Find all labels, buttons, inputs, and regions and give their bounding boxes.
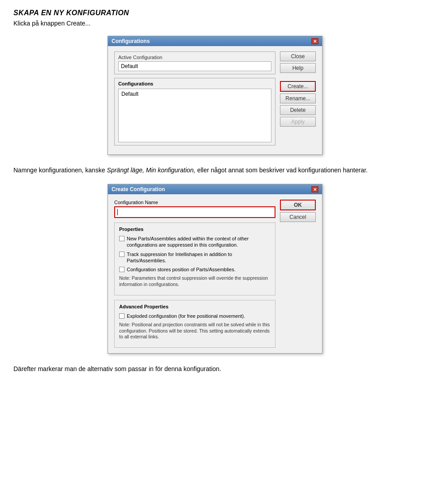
create-dialog-title: Create Configuration	[112, 186, 165, 192]
body-text-1: Namnge konfigurationen, kanske Sprängt l…	[13, 166, 417, 175]
advanced-checkbox-item-1: Exploded configuration (for free positio…	[119, 313, 271, 319]
configurations-dialog-title: Configurations	[112, 38, 150, 44]
checkbox-2-label: Track suppression for Intellishapes in a…	[127, 251, 271, 264]
apply-button[interactable]: Apply	[280, 117, 316, 127]
cursor-blink	[117, 209, 118, 215]
help-button[interactable]: Help	[280, 63, 316, 73]
cancel-button[interactable]: Cancel	[280, 212, 316, 222]
properties-title: Properties	[119, 226, 271, 232]
checkbox-item-2: Track suppression for Intellishapes in a…	[119, 251, 271, 264]
list-item[interactable]: Default	[120, 90, 270, 98]
advanced-checkbox-1[interactable]	[119, 313, 125, 319]
configurations-list-section: Configurations Default	[114, 78, 275, 145]
intro-text-content: Klicka på knappen Create...	[13, 20, 90, 27]
checkbox-1-label: New Parts/Assemblies added within the co…	[127, 235, 271, 248]
create-dialog-close-icon[interactable]: ✕	[311, 186, 318, 192]
configurations-close-icon[interactable]: ✕	[311, 38, 318, 44]
create-dialog-body: Configuration Name Properties New Parts/…	[108, 194, 322, 353]
create-button[interactable]: Create...	[280, 81, 316, 92]
advanced-title: Advanced Properties	[119, 304, 271, 309]
delete-button[interactable]: Delete	[280, 105, 316, 115]
create-dialog-buttons: OK Cancel	[280, 200, 316, 348]
active-config-section: Active Configuration Default	[114, 51, 275, 74]
create-dialog-left: Configuration Name Properties New Parts/…	[114, 200, 275, 348]
create-configuration-dialog-wrapper: Create Configuration ✕ Configuration Nam…	[13, 184, 417, 354]
body-text-1-italic: Sprängt läge, Min konfiguration,	[107, 167, 196, 174]
checkbox-item-3: Configuration stores position of Parts/A…	[119, 266, 271, 273]
active-config-value: Default	[118, 61, 271, 71]
configurations-dialog: Configurations ✕ Active Configuration De…	[108, 36, 322, 155]
configurations-list-label: Configurations	[118, 81, 271, 86]
advanced-checkbox-1-label: Exploded configuration (for free positio…	[127, 313, 245, 319]
rename-button[interactable]: Rename...	[280, 94, 316, 103]
properties-section: Properties New Parts/Assemblies added wi…	[114, 222, 275, 295]
configurations-dialog-buttons: Close Help Create... Rename... Delete Ap…	[280, 51, 316, 149]
configurations-dialog-content: Active Configuration Default Configurati…	[114, 51, 316, 149]
page-title: SKAPA EN NY KONFIGURATION	[13, 9, 417, 17]
create-dialog-titlebar: Create Configuration ✕	[108, 184, 322, 194]
active-config-label: Active Configuration	[118, 55, 271, 60]
checkbox-1[interactable]	[119, 236, 125, 241]
config-name-label: Configuration Name	[114, 200, 275, 205]
create-dialog-layout: Configuration Name Properties New Parts/…	[114, 200, 316, 348]
configurations-dialog-left: Active Configuration Default Configurati…	[114, 51, 275, 149]
intro-text: Klicka på knappen Create...	[13, 20, 417, 27]
configurations-list-box[interactable]: Default	[118, 89, 271, 142]
ok-button[interactable]: OK	[280, 200, 316, 210]
advanced-properties-section: Advanced Properties Exploded configurati…	[114, 300, 275, 348]
body-text-2: Därefter markerar man de alternativ som …	[13, 364, 417, 374]
checkbox-3[interactable]	[119, 267, 125, 272]
config-name-input[interactable]	[114, 206, 275, 218]
close-button[interactable]: Close	[280, 51, 316, 61]
checkbox-item-1: New Parts/Assemblies added within the co…	[119, 235, 271, 248]
create-configuration-dialog: Create Configuration ✕ Configuration Nam…	[108, 184, 322, 354]
checkbox-3-label: Configuration stores position of Parts/A…	[127, 266, 236, 273]
configurations-dialog-wrapper: Configurations ✕ Active Configuration De…	[13, 36, 417, 155]
configurations-dialog-titlebar: Configurations ✕	[108, 36, 322, 46]
note-text-2: Note: Positional and projection constrai…	[119, 322, 271, 340]
configurations-dialog-body: Active Configuration Default Configurati…	[108, 46, 322, 154]
note-text-1: Note: Parameters that control suppressio…	[119, 275, 271, 287]
checkbox-2[interactable]	[119, 252, 125, 257]
